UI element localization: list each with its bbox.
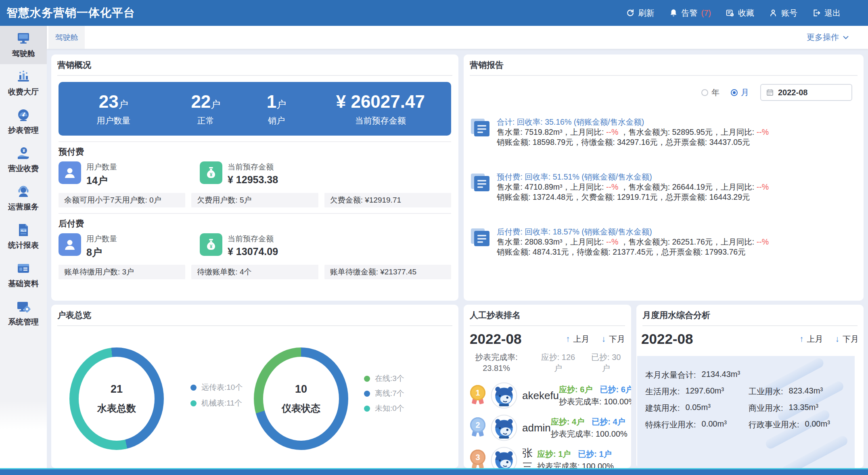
sidebar-item-statistics-report[interactable]: XLS 统计报表 — [0, 218, 47, 256]
svg-text:¥: ¥ — [210, 244, 213, 249]
radio-year[interactable]: 年 — [701, 87, 719, 98]
donut-center-label: 仪表状态 — [282, 402, 320, 415]
monthly-item: 商业用水:13.35m³ — [749, 403, 855, 419]
prev-month-button[interactable]: ↑上月 — [799, 334, 823, 345]
alarm-button[interactable]: 告警 (7) — [669, 8, 711, 19]
rank-done-count: 已抄: 30户 — [587, 352, 625, 374]
donut-center-label: 水表总数 — [97, 402, 136, 415]
rank-user-stats: 应抄: 4户已抄: 4户 抄表完成率: 100.00% — [551, 416, 631, 440]
refresh-icon — [626, 8, 635, 17]
postpaid-section: 后付费 用户数量 8户 — [59, 213, 451, 279]
prepaid-stat-box: 余额可用小于7天用户数: 0户 — [59, 193, 185, 207]
sidebar-item-meter-reading[interactable]: 抄表管理 — [0, 103, 47, 141]
basic-data-icon — [16, 261, 31, 276]
panel-title-monthly-water-analysis: 月度用水综合分析 — [642, 305, 858, 326]
prev-month-button[interactable]: ↑上月 — [566, 334, 590, 345]
rank-row-3: 3 张三 应抄: 1户已抄: 1户 抄表完成率: 100.00% — [470, 444, 625, 468]
donut-chart-meter-status: 10 仪表状态 — [254, 347, 348, 450]
user-icon — [59, 233, 81, 256]
legend-water-meters: 远传表:10个 机械表:11个 — [190, 382, 243, 408]
sidebar-item-basic-data[interactable]: 基础资料 — [0, 256, 47, 294]
panel-marketing-overview: 营销概况 23户 用户数量 22户 正常 — [51, 54, 458, 301]
prepaid-stat-box: 欠费用户数: 5户 — [191, 193, 318, 207]
avatar — [491, 382, 517, 409]
svg-text:¥: ¥ — [210, 172, 213, 178]
sidebar-item-dashboard[interactable]: 驾驶舱 — [0, 26, 47, 64]
logout-button[interactable]: 退出 — [812, 8, 841, 19]
refresh-label: 刷新 — [638, 8, 655, 19]
sidebar-label: 基础资料 — [8, 278, 39, 289]
radio-year-circle — [701, 89, 708, 96]
card-label: 用户数量 — [86, 234, 117, 244]
stat-unit: 户 — [276, 99, 286, 110]
sidebar-label: 系统管理 — [8, 317, 39, 327]
stat-normal-users: 22户 正常 — [168, 92, 243, 126]
system-management-icon — [16, 299, 31, 314]
person-glyph — [63, 237, 77, 252]
month-picker[interactable]: 2022-08 — [760, 84, 852, 101]
radio-month[interactable]: 月 — [731, 87, 749, 98]
legend-dot — [364, 376, 370, 382]
rank-user-name: admin — [522, 422, 551, 434]
bronze-medal-icon: 3 — [470, 449, 486, 468]
card-value: ¥ 13074.09 — [228, 246, 278, 257]
sidebar-item-operation-service[interactable]: 运营服务 — [0, 179, 47, 218]
stat-current-deposit: ¥ 26027.47 当前预存金额 — [310, 92, 451, 126]
monthly-item: 生活用水:1297.60m³ — [645, 386, 749, 403]
panel-title-manual-reading-rank: 人工抄表排名 — [470, 305, 625, 326]
rank-completion-rate: 抄表完成率:23.81% — [470, 352, 523, 374]
avatar — [491, 414, 517, 441]
user-icon — [59, 161, 81, 184]
stat-value: 1 — [267, 92, 276, 111]
postpaid-heading: 后付费 — [59, 218, 451, 229]
bottom-bar — [0, 468, 868, 475]
legend-item: 机械表:11个 — [190, 398, 243, 408]
stat-closed-users: 1户 销户 — [243, 92, 310, 126]
account-button[interactable]: 账号 — [769, 8, 797, 19]
card-value: 8户 — [86, 246, 117, 259]
money-bag-icon: ¥ — [200, 233, 222, 256]
month-picker-value: 2022-08 — [778, 88, 807, 97]
refresh-button[interactable]: 刷新 — [626, 8, 655, 19]
card-value: ¥ 12953.38 — [228, 174, 278, 186]
postpaid-deposit-card: ¥ 当前预存金额 ¥ 13074.09 — [200, 233, 341, 259]
next-month-button[interactable]: ↓下月 — [602, 334, 625, 345]
sidebar: 驾驶舱 收费大厅 抄表管理 ¥ 营业收费 运营服务 XLS 统计报表 基础资料 … — [0, 26, 47, 475]
legend-dot — [190, 400, 197, 406]
favorite-button[interactable]: 收藏 — [726, 8, 754, 19]
prepaid-section: 预付费 用户数量 14户 — [59, 141, 451, 207]
rank-summary: 抄表完成率:23.81% 应抄: 126户 已抄: 30户 — [470, 352, 625, 374]
tab-dashboard[interactable]: 驾驶舱 — [48, 26, 85, 49]
sidebar-item-system-management[interactable]: 系统管理 — [0, 294, 47, 333]
legend-dot — [190, 385, 197, 391]
radio-month-circle — [731, 89, 738, 96]
stat-total-users: 23户 用户数量 — [59, 92, 168, 126]
legend-dot — [364, 406, 370, 412]
report-doc-icon — [470, 228, 491, 247]
business-charge-icon: ¥ — [16, 146, 31, 161]
user-icon — [769, 8, 778, 17]
sidebar-label: 统计报表 — [8, 240, 39, 251]
legend-item: 未知:0个 — [364, 403, 404, 414]
sidebar-label: 抄表管理 — [8, 125, 39, 136]
radio-month-label: 月 — [741, 87, 749, 98]
gold-medal-icon: 1 — [470, 385, 486, 406]
monthly-total: 本月水量合计:2134.43m³ — [645, 370, 855, 386]
arrow-up-icon: ↑ — [566, 334, 570, 344]
operation-service-icon — [16, 184, 31, 199]
sidebar-item-charging-hall[interactable]: 收费大厅 — [0, 64, 47, 103]
more-actions-button[interactable]: 更多操作 — [807, 32, 849, 43]
bell-icon — [669, 8, 678, 17]
silver-medal-icon: 2 — [470, 417, 486, 439]
next-month-button[interactable]: ↓下月 — [835, 334, 859, 345]
person-glyph — [63, 165, 77, 180]
arrow-down-icon: ↓ — [835, 334, 840, 344]
svg-text:XLS: XLS — [21, 229, 26, 232]
arrow-down-icon: ↓ — [602, 334, 606, 344]
stat-label: 正常 — [168, 115, 243, 126]
stat-value: 22 — [191, 92, 211, 111]
alarm-label: 告警 — [682, 8, 698, 19]
chevron-down-icon — [842, 34, 849, 41]
sidebar-item-business-charge[interactable]: ¥ 营业收费 — [0, 141, 47, 179]
dashboard-icon — [16, 31, 31, 46]
